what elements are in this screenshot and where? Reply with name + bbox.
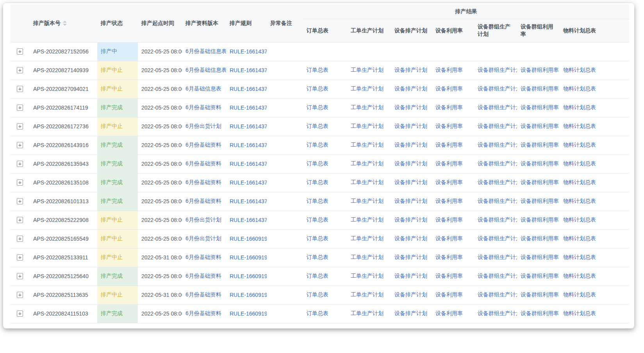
group-plan-link[interactable]: 设备群组生产计划 [478, 160, 517, 167]
material-plan-link[interactable]: 物料计划总表 [563, 254, 596, 260]
equipment-plan-link[interactable]: 设备排产计划 [394, 273, 427, 279]
equipment-utilization-link[interactable]: 设备利用率 [435, 216, 463, 223]
equipment-utilization-link[interactable]: 设备利用率 [435, 160, 463, 167]
expand-row-icon[interactable]: + [17, 123, 23, 129]
equipment-utilization-link[interactable]: 设备利用率 [435, 67, 463, 73]
workorder-plan-link[interactable]: 工单生产计划 [351, 310, 384, 316]
group-utilization-link[interactable]: 设备群组利用率 [521, 235, 559, 241]
equipment-utilization-link[interactable]: 设备利用率 [435, 123, 463, 129]
group-utilization-link[interactable]: 设备群组利用率 [521, 291, 559, 298]
rule-link[interactable]: RULE-16614377 [230, 48, 267, 55]
equipment-plan-link[interactable]: 设备排产计划 [394, 254, 427, 260]
group-plan-link[interactable]: 设备群组生产计划 [478, 291, 517, 298]
workorder-plan-link[interactable]: 工单生产计划 [351, 254, 384, 260]
order-summary-link[interactable]: 订单总表 [307, 235, 328, 241]
rule-link[interactable]: RULE-16614377 [230, 105, 267, 111]
expand-row-icon[interactable]: + [17, 254, 23, 261]
equipment-utilization-link[interactable]: 设备利用率 [435, 104, 463, 110]
workorder-plan-link[interactable]: 工单生产计划 [351, 273, 384, 279]
equipment-plan-link[interactable]: 设备排产计划 [394, 198, 427, 204]
equipment-plan-link[interactable]: 设备排产计划 [394, 67, 427, 73]
order-summary-link[interactable]: 订单总表 [307, 160, 328, 167]
equipment-utilization-link[interactable]: 设备利用率 [435, 198, 463, 204]
group-plan-link[interactable]: 设备群组生产计划 [478, 85, 517, 92]
workorder-plan-link[interactable]: 工单生产计划 [351, 67, 384, 73]
equipment-utilization-link[interactable]: 设备利用率 [435, 254, 463, 260]
material-plan-link[interactable]: 物料计划总表 [563, 160, 596, 167]
expand-row-icon[interactable]: + [17, 86, 23, 92]
group-plan-link[interactable]: 设备群组生产计划 [478, 273, 517, 279]
group-utilization-link[interactable]: 设备群组利用率 [521, 216, 559, 223]
equipment-plan-link[interactable]: 设备排产计划 [394, 310, 427, 316]
rule-link[interactable]: RULE-16609199 [230, 273, 267, 279]
equipment-plan-link[interactable]: 设备排产计划 [394, 235, 427, 241]
order-summary-link[interactable]: 订单总表 [307, 198, 328, 204]
order-summary-link[interactable]: 订单总表 [307, 254, 328, 260]
equipment-utilization-link[interactable]: 设备利用率 [435, 273, 463, 279]
equipment-utilization-link[interactable]: 设备利用率 [435, 179, 463, 185]
group-utilization-link[interactable]: 设备群组利用率 [521, 67, 559, 73]
rule-link[interactable]: RULE-16614377 [230, 86, 267, 92]
equipment-plan-link[interactable]: 设备排产计划 [394, 142, 427, 148]
group-utilization-link[interactable]: 设备群组利用率 [521, 310, 559, 316]
material-plan-link[interactable]: 物料计划总表 [563, 235, 596, 241]
equipment-plan-link[interactable]: 设备排产计划 [394, 179, 427, 185]
group-plan-link[interactable]: 设备群组生产计划 [478, 235, 517, 241]
group-plan-link[interactable]: 设备群组生产计划 [478, 179, 517, 185]
order-summary-link[interactable]: 订单总表 [307, 142, 328, 148]
equipment-utilization-link[interactable]: 设备利用率 [435, 291, 463, 298]
rule-link[interactable]: RULE-16614377 [230, 198, 267, 204]
group-utilization-link[interactable]: 设备群组利用率 [521, 85, 559, 92]
workorder-plan-link[interactable]: 工单生产计划 [351, 160, 384, 167]
group-plan-link[interactable]: 设备群组生产计划 [478, 254, 517, 260]
expand-row-icon[interactable]: + [17, 217, 23, 223]
equipment-plan-link[interactable]: 设备排产计划 [394, 160, 427, 167]
group-plan-link[interactable]: 设备群组生产计划 [478, 123, 517, 129]
order-summary-link[interactable]: 订单总表 [307, 291, 328, 298]
expand-row-icon[interactable]: + [17, 198, 23, 204]
group-utilization-link[interactable]: 设备群组利用率 [521, 104, 559, 110]
data-version-link[interactable]: 6月份基础资料 [186, 273, 221, 279]
material-plan-link[interactable]: 物料计划总表 [563, 216, 596, 223]
data-version-link[interactable]: 6月份基础资料 [186, 179, 221, 185]
sort-icon[interactable] [63, 21, 67, 26]
group-utilization-link[interactable]: 设备群组利用率 [521, 160, 559, 167]
workorder-plan-link[interactable]: 工单生产计划 [351, 216, 384, 223]
order-summary-link[interactable]: 订单总表 [307, 310, 328, 316]
data-version-link[interactable]: 6月基础信息表 [186, 85, 221, 92]
group-utilization-link[interactable]: 设备群组利用率 [521, 273, 559, 279]
expand-row-icon[interactable]: + [17, 161, 23, 167]
material-plan-link[interactable]: 物料计划总表 [563, 142, 596, 148]
order-summary-link[interactable]: 订单总表 [307, 104, 328, 110]
group-utilization-link[interactable]: 设备群组利用率 [521, 179, 559, 185]
data-version-link[interactable]: 6月份基础资料 [186, 198, 221, 204]
workorder-plan-link[interactable]: 工单生产计划 [351, 104, 384, 110]
rule-link[interactable]: RULE-16614377 [230, 161, 267, 167]
group-plan-link[interactable]: 设备群组生产计划 [478, 104, 517, 110]
workorder-plan-link[interactable]: 工单生产计划 [351, 235, 384, 241]
material-plan-link[interactable]: 物料计划总表 [563, 123, 596, 129]
group-utilization-link[interactable]: 设备群组利用率 [521, 254, 559, 260]
order-summary-link[interactable]: 订单总表 [307, 216, 328, 223]
group-plan-link[interactable]: 设备群组生产计划 [478, 142, 517, 148]
workorder-plan-link[interactable]: 工单生产计划 [351, 142, 384, 148]
expand-row-icon[interactable]: + [17, 310, 23, 317]
workorder-plan-link[interactable]: 工单生产计划 [351, 291, 384, 298]
order-summary-link[interactable]: 订单总表 [307, 273, 328, 279]
equipment-utilization-link[interactable]: 设备利用率 [435, 85, 463, 92]
workorder-plan-link[interactable]: 工单生产计划 [351, 198, 384, 204]
expand-row-icon[interactable]: + [17, 236, 23, 242]
expand-row-icon[interactable]: + [17, 179, 23, 186]
data-version-link[interactable]: 6月份基础资料 [186, 291, 221, 298]
group-utilization-link[interactable]: 设备群组利用率 [521, 198, 559, 204]
expand-row-icon[interactable]: + [17, 67, 23, 73]
group-plan-link[interactable]: 设备群组生产计划 [478, 310, 517, 316]
group-plan-link[interactable]: 设备群组生产计划 [478, 216, 517, 223]
data-version-link[interactable]: 6月份基础资料 [186, 160, 221, 167]
equipment-plan-link[interactable]: 设备排产计划 [394, 216, 427, 223]
material-plan-link[interactable]: 物料计划总表 [563, 85, 596, 92]
data-version-link[interactable]: 6月份基础资料 [186, 254, 221, 260]
group-utilization-link[interactable]: 设备群组利用率 [521, 123, 559, 129]
material-plan-link[interactable]: 物料计划总表 [563, 198, 596, 204]
data-version-link[interactable]: 6月份基础资料 [186, 142, 221, 148]
